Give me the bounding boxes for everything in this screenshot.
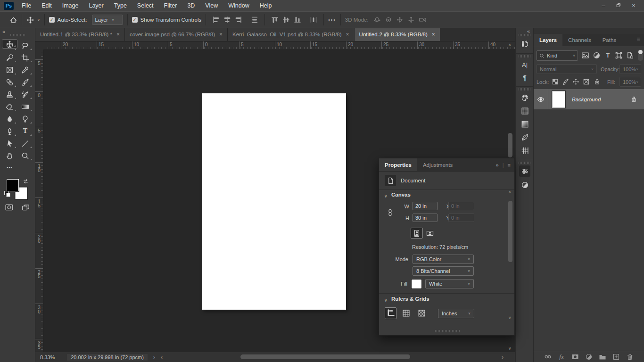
height-input[interactable]: 30 in	[413, 214, 438, 222]
lock-transparent-pixels-icon[interactable]	[552, 78, 559, 85]
dock-gripper[interactable]	[10, 34, 25, 36]
tab-channels[interactable]: Channels	[562, 34, 597, 46]
tool-type[interactable]: T	[17, 125, 33, 137]
lock-position-icon[interactable]	[572, 78, 579, 85]
filter-shape-layers-icon[interactable]	[615, 51, 623, 59]
tab-close-icon[interactable]: ×	[432, 31, 435, 38]
collapse-panel-icon[interactable]: »	[496, 162, 499, 168]
layer-filter-kind-select[interactable]: Kind ∨	[537, 50, 578, 61]
delete-layer-icon[interactable]	[626, 353, 634, 361]
menu-select[interactable]: Select	[132, 0, 159, 11]
dock-gripper[interactable]	[519, 55, 531, 58]
filter-pixel-layers-icon[interactable]	[581, 51, 589, 59]
align-bottom-edges-icon[interactable]	[294, 16, 301, 24]
3d-orbit-icon[interactable]	[373, 16, 381, 24]
layer-row-background[interactable]: Background	[534, 89, 644, 109]
width-input[interactable]: 20 in	[413, 202, 438, 210]
mode-select[interactable]: RGB Color∨	[413, 255, 474, 264]
tool-clone-stamp[interactable]	[2, 88, 17, 100]
panel-patterns-icon[interactable]	[519, 145, 530, 156]
tool-eyedropper[interactable]	[17, 64, 33, 76]
tool-quick-selection[interactable]	[2, 51, 17, 64]
scroll-left-icon[interactable]: ‹	[161, 354, 163, 361]
document-tab[interactable]: cover-image.psd @ 66.7% (RGB/8)×	[125, 28, 228, 41]
tool-brush[interactable]	[17, 76, 33, 88]
tab-layers[interactable]: Layers	[534, 34, 562, 46]
tool-pen[interactable]	[2, 125, 17, 137]
rulers-grids-section-title[interactable]: Rulers & Grids	[391, 296, 429, 302]
auto-select-target-dropdown[interactable]: Layer ∨	[92, 15, 123, 25]
ruler-origin-corner[interactable]	[35, 41, 44, 50]
layers-menu-icon[interactable]: ≡	[636, 35, 640, 42]
3d-camera-icon[interactable]	[419, 16, 426, 24]
align-left-edges-icon[interactable]	[212, 16, 220, 24]
tool-crop[interactable]	[17, 51, 33, 64]
vertical-scroll-thumb[interactable]	[508, 133, 512, 157]
more-align-options-icon[interactable]: •••	[328, 17, 336, 23]
align-right-edges-icon[interactable]	[235, 16, 242, 24]
restore-button[interactable]	[611, 0, 626, 10]
expand-panels-icon[interactable]: «	[527, 28, 529, 34]
panel-menu-icon[interactable]: ≡	[508, 162, 511, 168]
quick-mask-icon[interactable]	[4, 203, 14, 212]
toggle-rulers-button[interactable]	[385, 307, 396, 319]
foreground-color-swatch[interactable]	[7, 179, 19, 191]
panel-resize-gripper[interactable]	[434, 330, 460, 332]
home-icon[interactable]	[9, 16, 17, 24]
new-layer-icon[interactable]	[612, 353, 620, 361]
collapse-tools-icon[interactable]: «	[2, 29, 5, 34]
menu-type[interactable]: Type	[109, 0, 132, 11]
opacity-input[interactable]: 100%∨	[619, 64, 641, 74]
document-tab[interactable]: Untitled-1 @ 33.3% (RGB/8) *×	[35, 28, 125, 41]
tool-zoom[interactable]	[17, 149, 33, 162]
3d-pan-icon[interactable]	[396, 16, 404, 24]
canvas-section-chevron-icon[interactable]: ∨	[384, 194, 388, 198]
tool-lasso[interactable]	[17, 39, 33, 51]
fill-select[interactable]: White∨	[425, 279, 474, 288]
tool-history-brush[interactable]	[17, 88, 33, 100]
scroll-down-icon[interactable]: ∨	[508, 346, 512, 351]
tool-blur[interactable]	[2, 113, 17, 125]
menu-file[interactable]: File	[17, 0, 36, 11]
orientation-landscape-button[interactable]	[424, 228, 436, 239]
lock-artboard-icon[interactable]	[583, 78, 590, 85]
lock-image-pixels-icon[interactable]	[562, 78, 569, 85]
layer-thumbnail[interactable]	[552, 91, 565, 108]
align-top-edges-icon[interactable]	[271, 16, 279, 24]
toggle-grid-button[interactable]	[400, 307, 412, 319]
panel-swatches-icon[interactable]	[519, 105, 530, 116]
panel-paragraph-icon[interactable]: ¶	[519, 72, 530, 83]
fill-color-swatch[interactable]	[411, 279, 422, 289]
orientation-portrait-button[interactable]	[411, 228, 423, 239]
dock-gripper[interactable]	[519, 88, 531, 90]
tab-properties[interactable]: Properties	[379, 158, 417, 171]
filter-type-layers-icon[interactable]: T	[604, 51, 612, 59]
menu-layer[interactable]: Layer	[83, 0, 108, 11]
close-button[interactable]: ×	[626, 0, 641, 10]
move-tool-icon[interactable]	[26, 16, 34, 24]
properties-scrollbar[interactable]: ∧ ∨	[508, 190, 513, 316]
status-options-chevron-icon[interactable]: ›	[153, 354, 155, 361]
auto-select-checkbox[interactable]: ✓	[49, 17, 55, 23]
properties-scroll-thumb[interactable]	[508, 201, 512, 262]
tool-hand[interactable]	[2, 149, 17, 162]
horizontal-scroll-thumb[interactable]	[240, 354, 410, 359]
minimize-button[interactable]: –	[596, 0, 611, 10]
canvas-section-title[interactable]: Canvas	[391, 192, 411, 197]
tab-close-icon[interactable]: ×	[219, 31, 223, 38]
default-colors-icon[interactable]	[4, 191, 10, 197]
tool-edit-toolbar[interactable]: •••	[2, 162, 17, 174]
distribute-vertical-icon[interactable]	[251, 16, 258, 24]
tool-preset-chevron-icon[interactable]: ∨	[37, 18, 40, 22]
align-horizontal-centers-icon[interactable]	[223, 16, 231, 24]
panel-color-icon[interactable]	[519, 92, 530, 103]
tool-frame[interactable]	[2, 64, 17, 76]
panel-character-icon[interactable]: A|	[519, 59, 530, 70]
blend-mode-select[interactable]: Normal∨	[537, 64, 597, 74]
menu-view[interactable]: View	[200, 0, 223, 11]
menu-image[interactable]: Image	[57, 0, 84, 11]
document-tab[interactable]: Kerri_Galasso_Oil_V1.psd @ 8.33% (RGB/8)…	[228, 28, 355, 41]
panel-gradients-icon[interactable]	[519, 118, 530, 130]
3d-slide-icon[interactable]	[407, 16, 415, 24]
document-tab[interactable]: Untitled-2 @ 8.33% (RGB/8)×	[355, 28, 440, 41]
